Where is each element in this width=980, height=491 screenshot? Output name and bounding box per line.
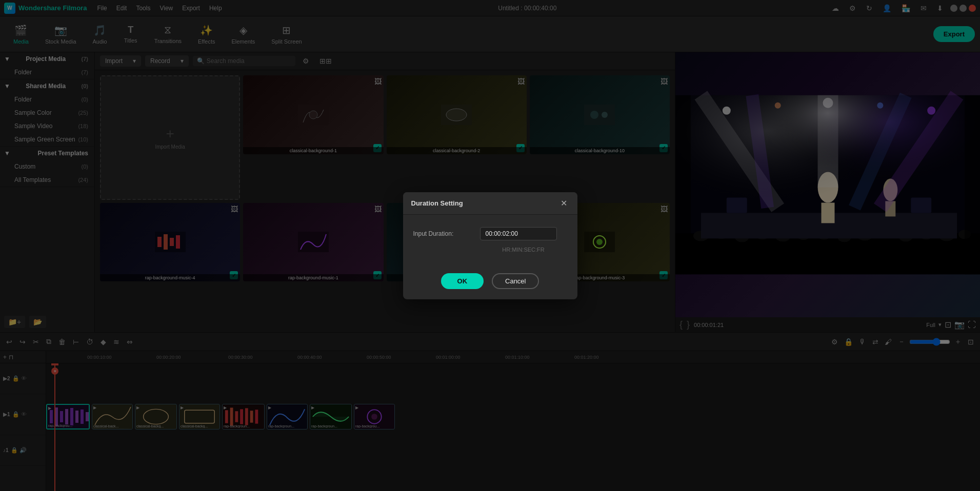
modal-title: Duration Setting	[411, 199, 463, 207]
modal-header: Duration Setting ✕	[403, 192, 577, 215]
modal-close-button[interactable]: ✕	[558, 198, 569, 208]
modal-ok-button[interactable]: OK	[441, 273, 484, 289]
modal-input-label: Input Duration:	[413, 230, 480, 237]
modal-input-row: Input Duration:	[413, 227, 567, 240]
modal-footer: OK Cancel	[403, 265, 577, 299]
modal-body: Input Duration: HR:MIN:SEC:FR	[403, 215, 577, 265]
modal-hint: HR:MIN:SEC:FR	[480, 247, 567, 253]
duration-setting-modal: Duration Setting ✕ Input Duration: HR:MI…	[403, 192, 577, 299]
duration-input[interactable]	[480, 227, 557, 240]
modal-cancel-button[interactable]: Cancel	[492, 273, 539, 289]
modal-overlay[interactable]: Duration Setting ✕ Input Duration: HR:MI…	[0, 0, 980, 491]
